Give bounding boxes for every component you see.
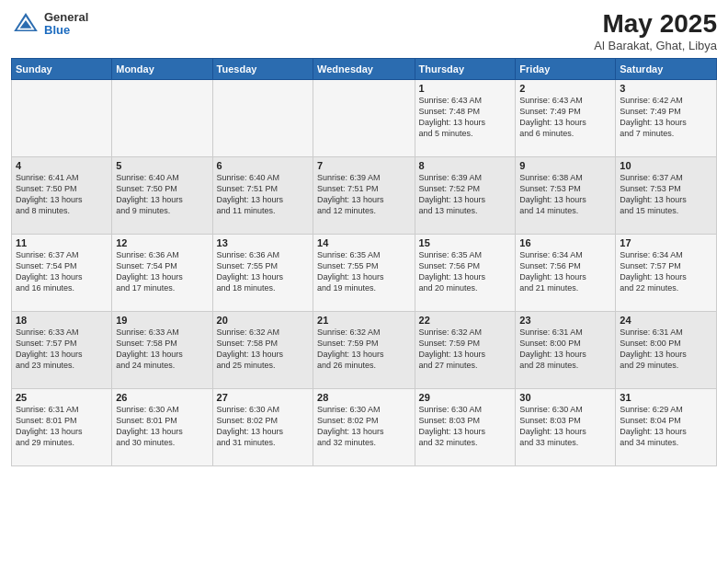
day-info: Sunrise: 6:34 AM Sunset: 7:56 PM Dayligh… xyxy=(519,249,611,294)
calendar-cell: 27Sunrise: 6:30 AM Sunset: 8:02 PM Dayli… xyxy=(212,389,313,466)
calendar-cell: 8Sunrise: 6:39 AM Sunset: 7:52 PM Daylig… xyxy=(415,157,516,235)
day-number: 8 xyxy=(419,160,512,171)
calendar-header: SundayMondayTuesdayWednesdayThursdayFrid… xyxy=(12,59,717,80)
weekday-thursday: Thursday xyxy=(415,59,516,80)
day-info: Sunrise: 6:35 AM Sunset: 7:55 PM Dayligh… xyxy=(317,249,410,294)
weekday-saturday: Saturday xyxy=(616,59,717,80)
title-block: May 2025 Al Barakat, Ghat, Libya xyxy=(594,9,717,52)
day-info: Sunrise: 6:33 AM Sunset: 7:58 PM Dayligh… xyxy=(116,327,208,372)
header: General Blue May 2025 Al Barakat, Ghat, … xyxy=(11,9,717,52)
day-info: Sunrise: 6:41 AM Sunset: 7:50 PM Dayligh… xyxy=(16,172,108,217)
calendar-cell: 1Sunrise: 6:43 AM Sunset: 7:48 PM Daylig… xyxy=(415,80,516,157)
weekday-friday: Friday xyxy=(516,59,616,80)
day-info: Sunrise: 6:39 AM Sunset: 7:51 PM Dayligh… xyxy=(317,172,410,217)
calendar: SundayMondayTuesdayWednesdayThursdayFrid… xyxy=(11,58,717,466)
day-info: Sunrise: 6:33 AM Sunset: 7:57 PM Dayligh… xyxy=(16,327,108,372)
calendar-cell: 10Sunrise: 6:37 AM Sunset: 7:53 PM Dayli… xyxy=(616,157,717,235)
calendar-cell xyxy=(313,80,415,157)
week-row-0: 1Sunrise: 6:43 AM Sunset: 7:48 PM Daylig… xyxy=(12,80,717,157)
calendar-cell: 11Sunrise: 6:37 AM Sunset: 7:54 PM Dayli… xyxy=(12,235,112,312)
day-number: 16 xyxy=(519,237,611,248)
week-row-4: 25Sunrise: 6:31 AM Sunset: 8:01 PM Dayli… xyxy=(12,389,717,466)
calendar-cell: 6Sunrise: 6:40 AM Sunset: 7:51 PM Daylig… xyxy=(212,157,313,235)
day-number: 2 xyxy=(519,83,611,94)
day-number: 30 xyxy=(519,392,611,403)
month-year: May 2025 xyxy=(594,9,717,39)
day-number: 13 xyxy=(217,237,309,248)
logo: General Blue xyxy=(11,9,88,39)
day-number: 9 xyxy=(519,160,611,171)
week-row-2: 11Sunrise: 6:37 AM Sunset: 7:54 PM Dayli… xyxy=(12,235,717,312)
logo-blue: Blue xyxy=(44,24,88,37)
day-number: 11 xyxy=(16,237,108,248)
day-info: Sunrise: 6:29 AM Sunset: 8:04 PM Dayligh… xyxy=(620,404,712,449)
day-number: 3 xyxy=(620,83,712,94)
calendar-cell xyxy=(212,80,313,157)
calendar-cell: 12Sunrise: 6:36 AM Sunset: 7:54 PM Dayli… xyxy=(112,235,212,312)
day-info: Sunrise: 6:35 AM Sunset: 7:56 PM Dayligh… xyxy=(419,249,512,294)
day-info: Sunrise: 6:30 AM Sunset: 8:03 PM Dayligh… xyxy=(419,404,512,449)
day-info: Sunrise: 6:40 AM Sunset: 7:50 PM Dayligh… xyxy=(116,172,208,217)
calendar-cell: 3Sunrise: 6:42 AM Sunset: 7:49 PM Daylig… xyxy=(616,80,717,157)
day-number: 26 xyxy=(116,392,208,403)
calendar-cell: 9Sunrise: 6:38 AM Sunset: 7:53 PM Daylig… xyxy=(516,157,616,235)
calendar-cell: 15Sunrise: 6:35 AM Sunset: 7:56 PM Dayli… xyxy=(415,235,516,312)
day-number: 19 xyxy=(116,315,208,326)
calendar-cell: 16Sunrise: 6:34 AM Sunset: 7:56 PM Dayli… xyxy=(516,235,616,312)
calendar-cell: 14Sunrise: 6:35 AM Sunset: 7:55 PM Dayli… xyxy=(313,235,415,312)
day-number: 25 xyxy=(16,392,108,403)
day-info: Sunrise: 6:39 AM Sunset: 7:52 PM Dayligh… xyxy=(419,172,512,217)
day-info: Sunrise: 6:31 AM Sunset: 8:00 PM Dayligh… xyxy=(519,327,611,372)
day-number: 22 xyxy=(419,315,512,326)
day-info: Sunrise: 6:32 AM Sunset: 7:59 PM Dayligh… xyxy=(419,327,512,372)
day-info: Sunrise: 6:43 AM Sunset: 7:48 PM Dayligh… xyxy=(419,95,512,140)
calendar-cell: 29Sunrise: 6:30 AM Sunset: 8:03 PM Dayli… xyxy=(415,389,516,466)
day-number: 15 xyxy=(419,237,512,248)
day-number: 1 xyxy=(419,83,512,94)
day-number: 7 xyxy=(317,160,410,171)
day-number: 21 xyxy=(317,315,410,326)
day-number: 24 xyxy=(620,315,712,326)
day-number: 28 xyxy=(317,392,410,403)
weekday-row: SundayMondayTuesdayWednesdayThursdayFrid… xyxy=(12,59,717,80)
day-info: Sunrise: 6:37 AM Sunset: 7:53 PM Dayligh… xyxy=(620,172,712,217)
day-number: 20 xyxy=(217,315,309,326)
day-number: 4 xyxy=(16,160,108,171)
day-info: Sunrise: 6:37 AM Sunset: 7:54 PM Dayligh… xyxy=(16,249,108,294)
calendar-cell: 30Sunrise: 6:30 AM Sunset: 8:03 PM Dayli… xyxy=(516,389,616,466)
day-number: 6 xyxy=(217,160,309,171)
day-info: Sunrise: 6:34 AM Sunset: 7:57 PM Dayligh… xyxy=(620,249,712,294)
calendar-cell: 5Sunrise: 6:40 AM Sunset: 7:50 PM Daylig… xyxy=(112,157,212,235)
calendar-cell: 7Sunrise: 6:39 AM Sunset: 7:51 PM Daylig… xyxy=(313,157,415,235)
day-info: Sunrise: 6:30 AM Sunset: 8:02 PM Dayligh… xyxy=(317,404,410,449)
day-info: Sunrise: 6:31 AM Sunset: 8:01 PM Dayligh… xyxy=(16,404,108,449)
calendar-cell: 25Sunrise: 6:31 AM Sunset: 8:01 PM Dayli… xyxy=(12,389,112,466)
day-info: Sunrise: 6:31 AM Sunset: 8:00 PM Dayligh… xyxy=(620,327,712,372)
day-info: Sunrise: 6:32 AM Sunset: 7:59 PM Dayligh… xyxy=(317,327,410,372)
weekday-tuesday: Tuesday xyxy=(212,59,313,80)
calendar-cell: 23Sunrise: 6:31 AM Sunset: 8:00 PM Dayli… xyxy=(516,312,616,389)
day-number: 17 xyxy=(620,237,712,248)
calendar-cell: 26Sunrise: 6:30 AM Sunset: 8:01 PM Dayli… xyxy=(112,389,212,466)
calendar-cell: 13Sunrise: 6:36 AM Sunset: 7:55 PM Dayli… xyxy=(212,235,313,312)
day-info: Sunrise: 6:30 AM Sunset: 8:03 PM Dayligh… xyxy=(519,404,611,449)
calendar-cell: 17Sunrise: 6:34 AM Sunset: 7:57 PM Dayli… xyxy=(616,235,717,312)
day-number: 29 xyxy=(419,392,512,403)
weekday-monday: Monday xyxy=(112,59,212,80)
day-info: Sunrise: 6:38 AM Sunset: 7:53 PM Dayligh… xyxy=(519,172,611,217)
day-number: 27 xyxy=(217,392,309,403)
day-info: Sunrise: 6:36 AM Sunset: 7:55 PM Dayligh… xyxy=(217,249,309,294)
weekday-wednesday: Wednesday xyxy=(313,59,415,80)
day-number: 10 xyxy=(620,160,712,171)
calendar-cell: 31Sunrise: 6:29 AM Sunset: 8:04 PM Dayli… xyxy=(616,389,717,466)
day-info: Sunrise: 6:32 AM Sunset: 7:58 PM Dayligh… xyxy=(217,327,309,372)
calendar-cell: 19Sunrise: 6:33 AM Sunset: 7:58 PM Dayli… xyxy=(112,312,212,389)
week-row-1: 4Sunrise: 6:41 AM Sunset: 7:50 PM Daylig… xyxy=(12,157,717,235)
calendar-cell xyxy=(112,80,212,157)
weekday-sunday: Sunday xyxy=(12,59,112,80)
day-number: 31 xyxy=(620,392,712,403)
calendar-cell: 2Sunrise: 6:43 AM Sunset: 7:49 PM Daylig… xyxy=(516,80,616,157)
day-info: Sunrise: 6:40 AM Sunset: 7:51 PM Dayligh… xyxy=(217,172,309,217)
logo-text: General Blue xyxy=(44,11,88,38)
logo-general: General xyxy=(44,11,88,24)
